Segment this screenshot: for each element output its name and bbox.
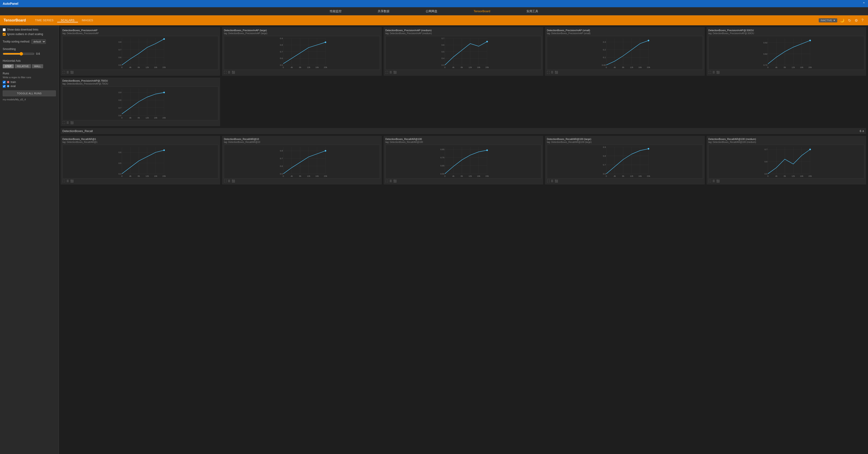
top-bar-icon: ⌃ bbox=[862, 2, 865, 6]
download-icon[interactable]: ⬛ bbox=[555, 180, 558, 183]
svg-text:0.6: 0.6 bbox=[441, 44, 444, 46]
svg-text:12k: 12k bbox=[469, 175, 472, 177]
chart-area: 0.60.70.80.9 04k8k12k16k20k bbox=[547, 145, 703, 179]
menu-icon[interactable]: ☰ bbox=[551, 71, 553, 74]
menu-icon[interactable]: ☰ bbox=[228, 180, 230, 183]
download-icon[interactable]: ⬛ bbox=[393, 180, 397, 183]
tab-scalars[interactable]: SCALARS bbox=[57, 19, 78, 22]
chart-title: DetectionBoxes_Precision/mAP bbox=[62, 29, 218, 32]
download-icon[interactable]: ⬛ bbox=[393, 71, 397, 74]
menu-icon[interactable]: ☰ bbox=[390, 71, 392, 74]
menu-icon[interactable]: ☰ bbox=[66, 121, 69, 124]
chart-spacer bbox=[545, 78, 705, 126]
expand-icon[interactable]: ⛶ bbox=[708, 71, 711, 74]
download-icon[interactable]: ⬛ bbox=[716, 180, 720, 183]
tab-time-series[interactable]: TIME SERIES bbox=[31, 19, 57, 22]
svg-text:12k: 12k bbox=[630, 175, 633, 177]
svg-text:12k: 12k bbox=[307, 66, 310, 68]
svg-text:8k: 8k bbox=[784, 66, 786, 68]
svg-text:8k: 8k bbox=[138, 117, 140, 119]
expand-icon[interactable]: ⛶ bbox=[62, 180, 65, 183]
smoothing-label: Smoothing bbox=[3, 48, 56, 51]
menu-icon[interactable]: ☰ bbox=[66, 180, 69, 183]
expand-icon[interactable]: ⛶ bbox=[547, 180, 550, 183]
axis-btn-wall[interactable]: WALL bbox=[32, 64, 43, 68]
chart-title: DetectionBoxes_Recall/AR@1 bbox=[62, 138, 218, 141]
download-icon[interactable]: ⬛ bbox=[232, 71, 235, 74]
nav-item-tensorboard[interactable]: TensorBoard bbox=[456, 7, 508, 15]
svg-text:8k: 8k bbox=[138, 66, 140, 68]
chart-actions: ⛶ ☰ ⬛ bbox=[708, 70, 864, 74]
download-icon[interactable]: ⬛ bbox=[232, 180, 235, 183]
chart-card: DetectionBoxes_Recall/AR@10 tag: Detecti… bbox=[222, 136, 381, 184]
expand-icon[interactable]: ⛶ bbox=[385, 180, 388, 183]
tb-header: TensorBoard TIME SERIES SCALARS IMAGES I… bbox=[0, 16, 868, 25]
svg-text:4k: 4k bbox=[129, 175, 131, 177]
expand-icon[interactable]: ⛶ bbox=[547, 71, 550, 74]
download-icon[interactable]: ⬛ bbox=[70, 180, 74, 183]
recall-section-header: DetectionBoxes_Recall 6 ∧ bbox=[61, 128, 866, 134]
chart-actions: ⛶ ☰ ⬛ bbox=[385, 70, 541, 74]
menu-icon[interactable]: ☰ bbox=[228, 71, 230, 74]
refresh-icon[interactable]: ↻ bbox=[847, 18, 852, 24]
status-dropdown-icon: ▼ bbox=[833, 19, 835, 22]
tooltip-select[interactable]: default bbox=[31, 39, 46, 44]
svg-text:8k: 8k bbox=[138, 175, 140, 177]
smoothing-value: 0.6 bbox=[36, 52, 40, 55]
download-icon[interactable]: ⬛ bbox=[70, 71, 74, 74]
show-download-checkbox[interactable] bbox=[3, 28, 6, 31]
expand-icon[interactable]: ⛶ bbox=[224, 180, 226, 183]
svg-text:0.8: 0.8 bbox=[280, 44, 283, 46]
svg-text:8k: 8k bbox=[299, 66, 302, 68]
nav-item-cloud[interactable]: 公网网盘 bbox=[408, 7, 456, 15]
axis-btn-step[interactable]: STEP bbox=[3, 64, 14, 68]
run-eval-checkbox[interactable] bbox=[3, 85, 6, 88]
svg-text:20k: 20k bbox=[647, 66, 650, 68]
svg-text:0.6: 0.6 bbox=[765, 160, 767, 163]
nav-item-share[interactable]: 共享数据 bbox=[360, 7, 408, 15]
svg-text:0: 0 bbox=[767, 66, 768, 68]
svg-text:20k: 20k bbox=[162, 175, 166, 177]
expand-icon[interactable]: ⛶ bbox=[385, 71, 388, 74]
content-area: DetectionBoxes_Precision/mAP tag: Detect… bbox=[59, 25, 868, 454]
download-icon[interactable]: ⬛ bbox=[555, 71, 558, 74]
svg-text:4k: 4k bbox=[452, 175, 455, 177]
chart-spacer bbox=[707, 78, 866, 126]
menu-icon[interactable]: ☰ bbox=[390, 180, 392, 183]
nav-item-tools[interactable]: 实用工具 bbox=[508, 7, 556, 15]
download-icon[interactable]: ⬛ bbox=[70, 121, 74, 124]
nav-item-perf[interactable]: 性能监控 bbox=[312, 7, 360, 15]
expand-icon[interactable]: ⛶ bbox=[224, 71, 226, 74]
expand-icon[interactable]: ⛶ bbox=[708, 180, 711, 183]
expand-icon[interactable]: ⛶ bbox=[62, 121, 65, 124]
expand-icon[interactable]: ⛶ bbox=[62, 71, 65, 74]
chart-area: 0.30.40.50.60.7 04k8k12k16k20k bbox=[385, 36, 541, 70]
svg-text:0.6: 0.6 bbox=[119, 151, 121, 153]
svg-point-219 bbox=[648, 148, 649, 150]
toggle-all-runs-button[interactable]: TOGGLE ALL RUNS bbox=[3, 90, 56, 96]
axis-buttons: STEP RELATIVE WALL bbox=[3, 64, 56, 68]
settings-icon[interactable]: ⚙ bbox=[854, 18, 859, 24]
smoothing-section: Smoothing 0.6 bbox=[3, 48, 56, 56]
svg-text:0.7: 0.7 bbox=[765, 148, 767, 151]
axis-btn-relative[interactable]: RELATIVE bbox=[15, 64, 31, 68]
dark-mode-icon[interactable]: 🌙 bbox=[839, 18, 845, 24]
svg-rect-22 bbox=[276, 36, 328, 70]
tb-status[interactable]: INACTIVE ▼ bbox=[819, 18, 837, 22]
menu-icon[interactable]: ☰ bbox=[712, 71, 715, 74]
ignore-outliers-checkbox[interactable] bbox=[3, 33, 6, 36]
svg-text:0: 0 bbox=[121, 117, 123, 119]
status-label: INACTIVE bbox=[820, 19, 832, 22]
run-train-checkbox[interactable] bbox=[3, 81, 6, 84]
svg-text:20k: 20k bbox=[808, 175, 812, 177]
menu-icon[interactable]: ☰ bbox=[712, 180, 715, 183]
menu-icon[interactable]: ☰ bbox=[66, 71, 69, 74]
help-icon[interactable]: ? bbox=[861, 18, 864, 23]
download-icon[interactable]: ⬛ bbox=[716, 71, 720, 74]
chart-card: DetectionBoxes_Precision/mAP (small) tag… bbox=[545, 27, 705, 76]
svg-text:0: 0 bbox=[767, 175, 768, 177]
chart-card: DetectionBoxes_Precision/mAP (medium) ta… bbox=[383, 27, 543, 76]
smoothing-slider[interactable] bbox=[3, 52, 34, 56]
tab-images[interactable]: IMAGES bbox=[78, 19, 97, 22]
menu-icon[interactable]: ☰ bbox=[551, 180, 553, 183]
